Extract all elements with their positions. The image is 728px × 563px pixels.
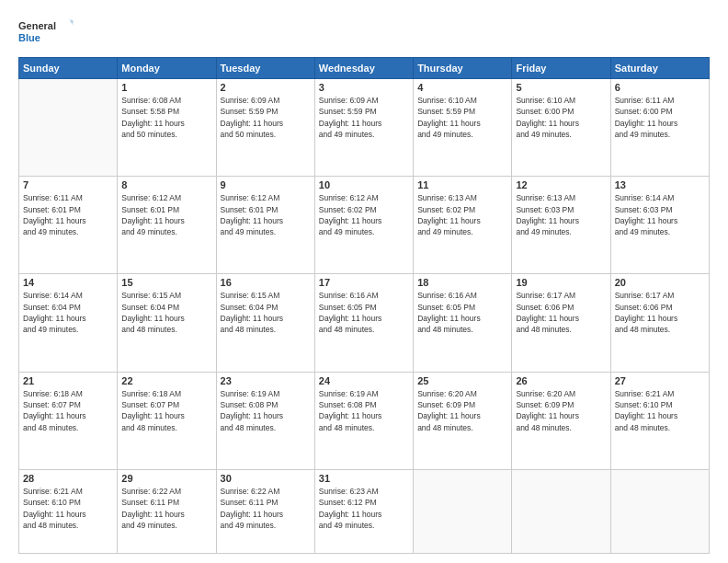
- day-info: Sunrise: 6:14 AMSunset: 6:03 PMDaylight:…: [615, 192, 705, 237]
- day-number: 1: [121, 82, 211, 93]
- cell-w2-d5: 11Sunrise: 6:13 AMSunset: 6:02 PMDayligh…: [414, 177, 512, 274]
- day-info: Sunrise: 6:08 AMSunset: 5:58 PMDaylight:…: [121, 95, 211, 140]
- page: General Blue SundayMondayTuesdayWednesda…: [0, 0, 728, 563]
- cell-w1-d3: 2Sunrise: 6:09 AMSunset: 5:59 PMDaylight…: [216, 79, 314, 177]
- svg-text:General: General: [18, 20, 56, 31]
- cell-w4-d6: 26Sunrise: 6:20 AMSunset: 6:09 PMDayligh…: [512, 372, 610, 469]
- day-number: 25: [417, 375, 507, 386]
- day-info: Sunrise: 6:16 AMSunset: 6:05 PMDaylight:…: [319, 290, 409, 335]
- day-info: Sunrise: 6:12 AMSunset: 6:01 PMDaylight:…: [221, 192, 311, 237]
- day-info: Sunrise: 6:09 AMSunset: 5:59 PMDaylight:…: [221, 95, 311, 140]
- day-number: 7: [23, 179, 113, 190]
- cell-w3-d6: 19Sunrise: 6:17 AMSunset: 6:06 PMDayligh…: [512, 274, 610, 372]
- cell-w1-d1: [19, 79, 118, 177]
- day-number: 17: [319, 277, 409, 288]
- day-number: 10: [319, 179, 409, 190]
- day-info: Sunrise: 6:20 AMSunset: 6:09 PMDaylight:…: [516, 388, 606, 433]
- cell-w3-d3: 16Sunrise: 6:15 AMSunset: 6:04 PMDayligh…: [216, 274, 314, 372]
- header-monday: Monday: [118, 58, 216, 79]
- cell-w1-d5: 4Sunrise: 6:10 AMSunset: 5:59 PMDaylight…: [414, 79, 512, 177]
- header-sunday: Sunday: [19, 58, 118, 79]
- day-info: Sunrise: 6:22 AMSunset: 6:11 PMDaylight:…: [121, 486, 211, 531]
- day-number: 26: [516, 375, 606, 386]
- day-info: Sunrise: 6:14 AMSunset: 6:04 PMDaylight:…: [23, 290, 113, 335]
- day-info: Sunrise: 6:15 AMSunset: 6:04 PMDaylight:…: [221, 290, 311, 335]
- day-number: 21: [23, 375, 113, 386]
- day-number: 27: [615, 375, 705, 386]
- day-info: Sunrise: 6:18 AMSunset: 6:07 PMDaylight:…: [23, 388, 113, 433]
- cell-w2-d3: 9Sunrise: 6:12 AMSunset: 6:01 PMDaylight…: [216, 177, 314, 274]
- logo-svg: General Blue: [18, 17, 74, 50]
- day-info: Sunrise: 6:11 AMSunset: 6:01 PMDaylight:…: [23, 192, 113, 237]
- cell-w1-d6: 5Sunrise: 6:10 AMSunset: 6:00 PMDaylight…: [512, 79, 610, 177]
- cell-w2-d4: 10Sunrise: 6:12 AMSunset: 6:02 PMDayligh…: [314, 177, 413, 274]
- day-info: Sunrise: 6:20 AMSunset: 6:09 PMDaylight:…: [417, 388, 507, 433]
- week-row-3: 14Sunrise: 6:14 AMSunset: 6:04 PMDayligh…: [19, 274, 710, 372]
- cell-w4-d3: 23Sunrise: 6:19 AMSunset: 6:08 PMDayligh…: [216, 372, 314, 469]
- day-info: Sunrise: 6:17 AMSunset: 6:06 PMDaylight:…: [615, 290, 705, 335]
- day-info: Sunrise: 6:21 AMSunset: 6:10 PMDaylight:…: [615, 388, 705, 433]
- day-info: Sunrise: 6:13 AMSunset: 6:02 PMDaylight:…: [417, 192, 507, 237]
- day-number: 2: [221, 82, 311, 93]
- week-row-1: 1Sunrise: 6:08 AMSunset: 5:58 PMDaylight…: [19, 79, 710, 177]
- svg-marker-2: [69, 18, 74, 26]
- cell-w4-d2: 22Sunrise: 6:18 AMSunset: 6:07 PMDayligh…: [118, 372, 216, 469]
- calendar-header-row: SundayMondayTuesdayWednesdayThursdayFrid…: [19, 58, 710, 79]
- day-number: 30: [221, 473, 311, 484]
- day-number: 15: [121, 277, 211, 288]
- cell-w5-d2: 29Sunrise: 6:22 AMSunset: 6:11 PMDayligh…: [118, 469, 216, 553]
- day-number: 22: [121, 375, 211, 386]
- day-info: Sunrise: 6:16 AMSunset: 6:05 PMDaylight:…: [417, 290, 507, 335]
- day-number: 24: [319, 375, 409, 386]
- cell-w4-d4: 24Sunrise: 6:19 AMSunset: 6:08 PMDayligh…: [314, 372, 413, 469]
- week-row-4: 21Sunrise: 6:18 AMSunset: 6:07 PMDayligh…: [19, 372, 710, 469]
- day-number: 12: [516, 179, 606, 190]
- day-number: 29: [121, 473, 211, 484]
- day-number: 11: [417, 179, 507, 190]
- day-info: Sunrise: 6:19 AMSunset: 6:08 PMDaylight:…: [319, 388, 409, 433]
- calendar-table: SundayMondayTuesdayWednesdayThursdayFrid…: [18, 57, 710, 554]
- cell-w2-d2: 8Sunrise: 6:12 AMSunset: 6:01 PMDaylight…: [118, 177, 216, 274]
- day-info: Sunrise: 6:09 AMSunset: 5:59 PMDaylight:…: [319, 95, 409, 140]
- cell-w1-d4: 3Sunrise: 6:09 AMSunset: 5:59 PMDaylight…: [314, 79, 413, 177]
- header-wednesday: Wednesday: [314, 58, 413, 79]
- cell-w3-d5: 18Sunrise: 6:16 AMSunset: 6:05 PMDayligh…: [414, 274, 512, 372]
- day-number: 13: [615, 179, 705, 190]
- cell-w5-d1: 28Sunrise: 6:21 AMSunset: 6:10 PMDayligh…: [19, 469, 118, 553]
- week-row-2: 7Sunrise: 6:11 AMSunset: 6:01 PMDaylight…: [19, 177, 710, 274]
- day-info: Sunrise: 6:19 AMSunset: 6:08 PMDaylight:…: [221, 388, 311, 433]
- day-info: Sunrise: 6:10 AMSunset: 6:00 PMDaylight:…: [516, 95, 606, 140]
- cell-w5-d5: [414, 469, 512, 553]
- day-info: Sunrise: 6:12 AMSunset: 6:02 PMDaylight:…: [319, 192, 409, 237]
- day-info: Sunrise: 6:22 AMSunset: 6:11 PMDaylight:…: [221, 486, 311, 531]
- cell-w2-d6: 12Sunrise: 6:13 AMSunset: 6:03 PMDayligh…: [512, 177, 610, 274]
- day-number: 9: [221, 179, 311, 190]
- cell-w1-d7: 6Sunrise: 6:11 AMSunset: 6:00 PMDaylight…: [610, 79, 709, 177]
- cell-w1-d2: 1Sunrise: 6:08 AMSunset: 5:58 PMDaylight…: [118, 79, 216, 177]
- cell-w5-d3: 30Sunrise: 6:22 AMSunset: 6:11 PMDayligh…: [216, 469, 314, 553]
- day-number: 14: [23, 277, 113, 288]
- week-row-5: 28Sunrise: 6:21 AMSunset: 6:10 PMDayligh…: [19, 469, 710, 553]
- day-info: Sunrise: 6:11 AMSunset: 6:00 PMDaylight:…: [615, 95, 705, 140]
- day-info: Sunrise: 6:15 AMSunset: 6:04 PMDaylight:…: [121, 290, 211, 335]
- cell-w4-d5: 25Sunrise: 6:20 AMSunset: 6:09 PMDayligh…: [414, 372, 512, 469]
- day-number: 8: [121, 179, 211, 190]
- header: General Blue: [18, 17, 710, 50]
- cell-w2-d7: 13Sunrise: 6:14 AMSunset: 6:03 PMDayligh…: [610, 177, 709, 274]
- day-number: 4: [417, 82, 507, 93]
- day-info: Sunrise: 6:17 AMSunset: 6:06 PMDaylight:…: [516, 290, 606, 335]
- cell-w3-d1: 14Sunrise: 6:14 AMSunset: 6:04 PMDayligh…: [19, 274, 118, 372]
- day-number: 6: [615, 82, 705, 93]
- header-thursday: Thursday: [414, 58, 512, 79]
- header-friday: Friday: [512, 58, 610, 79]
- day-info: Sunrise: 6:23 AMSunset: 6:12 PMDaylight:…: [319, 486, 409, 531]
- calendar-body: 1Sunrise: 6:08 AMSunset: 5:58 PMDaylight…: [19, 79, 710, 554]
- day-number: 16: [221, 277, 311, 288]
- day-number: 5: [516, 82, 606, 93]
- day-number: 31: [319, 473, 409, 484]
- svg-text:Blue: Blue: [18, 32, 40, 43]
- day-number: 18: [417, 277, 507, 288]
- header-tuesday: Tuesday: [216, 58, 314, 79]
- day-number: 23: [221, 375, 311, 386]
- day-info: Sunrise: 6:12 AMSunset: 6:01 PMDaylight:…: [121, 192, 211, 237]
